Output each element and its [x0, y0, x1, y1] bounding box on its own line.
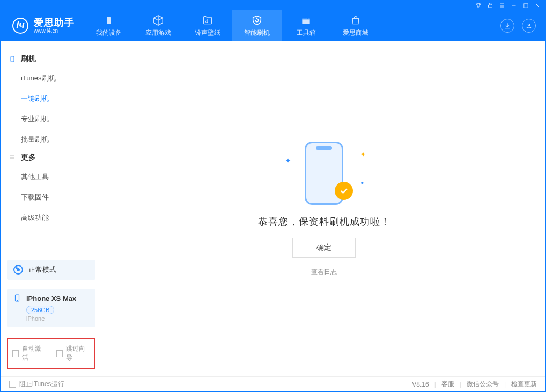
checkbox-icon	[12, 350, 19, 357]
refresh-shield-icon	[251, 14, 263, 26]
lock-icon[interactable]	[486, 2, 494, 9]
header: iч 爱思助手 www.i4.cn 我的设备 应用游戏 铃声壁纸 智能刷机 工具…	[1, 10, 545, 41]
nav-ringtones[interactable]: 铃声壁纸	[183, 10, 232, 41]
svg-rect-2	[107, 17, 111, 24]
checkbox-skip-guide[interactable]: 跳过向导	[56, 344, 91, 363]
sidebar: 刷机 iTunes刷机 一键刷机 专业刷机 批量刷机 更多 其他工具 下载固件 …	[1, 41, 102, 376]
nav-flash[interactable]: 智能刷机	[232, 10, 282, 41]
ok-button[interactable]: 确定	[292, 238, 356, 258]
storage-badge: 256GB	[26, 306, 54, 314]
sparkle-icon: •	[361, 180, 364, 187]
sidebar-item-download-firmware[interactable]: 下载固件	[9, 187, 93, 208]
sidebar-item-pro-flash[interactable]: 专业刷机	[9, 109, 93, 129]
sparkle-icon: ✦	[285, 157, 291, 165]
main-content: ✦ ✦ • 恭喜您，保资料刷机成功啦！ 确定 查看日志	[102, 41, 545, 376]
app-name: 爱思助手	[34, 18, 75, 28]
phone-icon	[9, 55, 17, 63]
sidebar-item-other-tools[interactable]: 其他工具	[9, 167, 93, 187]
user-icon[interactable]	[522, 19, 536, 33]
mode-icon	[13, 265, 23, 275]
titlebar	[1, 1, 545, 10]
nav-store[interactable]: 爱思商城	[331, 10, 380, 41]
list-icon	[9, 154, 17, 161]
app-url: www.i4.cn	[34, 28, 75, 34]
device-type: iPhone	[26, 315, 89, 322]
tshirt-icon[interactable]	[475, 2, 482, 9]
svg-rect-0	[489, 5, 492, 8]
logo-icon: iч	[12, 18, 28, 34]
mode-label: 正常模式	[28, 265, 56, 275]
menu-icon[interactable]	[498, 2, 506, 9]
nav-toolbox[interactable]: 工具箱	[282, 10, 331, 41]
download-icon[interactable]	[500, 19, 514, 33]
mode-card[interactable]: 正常模式	[7, 260, 95, 280]
success-message: 恭喜您，保资料刷机成功啦！	[258, 215, 390, 228]
checkbox-icon	[9, 381, 16, 388]
header-right	[500, 19, 545, 33]
sparkle-icon: ✦	[360, 151, 366, 158]
svg-point-4	[528, 24, 530, 26]
music-folder-icon	[202, 14, 213, 26]
success-illustration: ✦ ✦ •	[292, 141, 356, 205]
footer: 阻止iTunes运行 V8.16 | 客服 | 微信公众号 | 检查更新	[1, 376, 545, 391]
sidebar-item-advanced[interactable]: 高级功能	[9, 208, 93, 228]
device-name: iPhone XS Max	[26, 294, 76, 302]
checkbox-block-itunes[interactable]: 阻止iTunes运行	[9, 380, 64, 389]
main-nav: 我的设备 应用游戏 铃声壁纸 智能刷机 工具箱 爱思商城	[84, 10, 380, 41]
store-icon	[350, 14, 361, 26]
svg-rect-5	[11, 56, 14, 62]
nav-my-device[interactable]: 我的设备	[84, 10, 134, 41]
sidebar-item-batch-flash[interactable]: 批量刷机	[9, 129, 93, 150]
minimize-icon[interactable]	[510, 2, 518, 9]
options-highlighted: 自动激活 跳过向导	[7, 338, 95, 369]
cube-icon	[152, 14, 164, 26]
sidebar-group-more[interactable]: 更多	[9, 153, 93, 162]
footer-link-update[interactable]: 检查更新	[511, 380, 537, 389]
svg-rect-3	[302, 18, 309, 20]
app-logo[interactable]: iч 爱思助手 www.i4.cn	[1, 18, 84, 34]
maximize-icon[interactable]	[522, 2, 529, 9]
close-icon[interactable]	[534, 2, 541, 9]
footer-link-wechat[interactable]: 微信公众号	[467, 380, 499, 389]
device-card[interactable]: iPhone XS Max 256GB iPhone	[7, 289, 95, 327]
footer-link-support[interactable]: 客服	[441, 380, 454, 389]
check-badge-icon	[335, 182, 353, 200]
phone-small-icon	[13, 294, 22, 302]
svg-point-7	[17, 300, 17, 301]
checkbox-icon	[56, 350, 63, 357]
checkbox-auto-activate[interactable]: 自动激活	[12, 344, 47, 363]
view-log-link[interactable]: 查看日志	[311, 268, 337, 277]
toolbox-icon	[300, 14, 312, 26]
version-label: V8.16	[412, 381, 429, 388]
nav-apps[interactable]: 应用游戏	[134, 10, 183, 41]
sidebar-item-itunes-flash[interactable]: iTunes刷机	[9, 68, 93, 88]
sidebar-item-oneclick-flash[interactable]: 一键刷机	[9, 88, 93, 109]
svg-rect-1	[523, 3, 527, 7]
device-icon	[105, 14, 113, 26]
sidebar-group-flash[interactable]: 刷机	[9, 54, 93, 64]
